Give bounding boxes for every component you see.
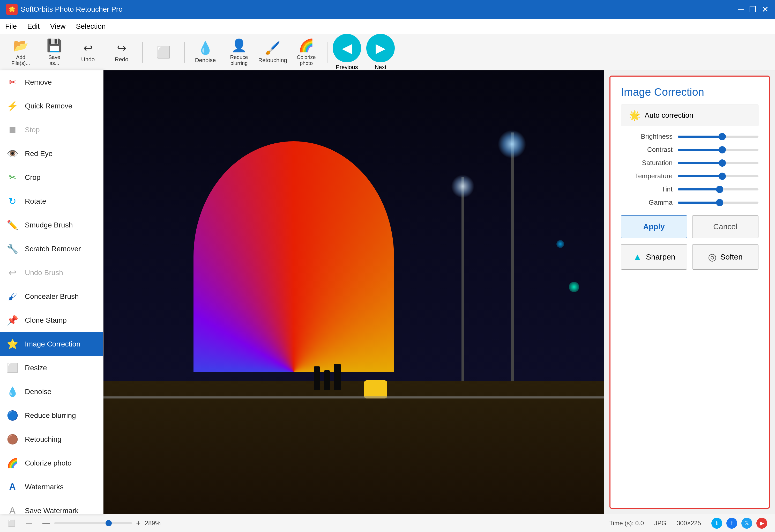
denoise-toolbar-button[interactable]: 💧 Denoise — [190, 38, 221, 66]
menu-item-denoise[interactable]: 💧 Denoise — [0, 380, 103, 404]
info-icon[interactable]: ℹ — [711, 518, 722, 529]
menu-item-scratch-remover[interactable]: 🔧 Scratch Remover — [0, 237, 103, 261]
zoom-thumb[interactable] — [105, 520, 112, 526]
lamp-glow-1 — [498, 130, 526, 158]
menu-item-watermarks[interactable]: A Watermarks — [0, 475, 103, 499]
undo-button[interactable]: ↩ Undo — [72, 38, 103, 66]
brightness-label: Brightness — [621, 132, 673, 140]
retouching-menu-icon: 🟤 — [6, 433, 19, 446]
menu-file[interactable]: File — [5, 22, 17, 31]
menu-item-image-correction[interactable]: ⭐ Image Correction — [0, 332, 103, 356]
contrast-thumb[interactable] — [719, 146, 726, 153]
sharpen-button[interactable]: ▲ Sharpen — [621, 244, 687, 270]
facebook-icon[interactable]: f — [726, 518, 737, 529]
gamma-label: Gamma — [621, 198, 673, 206]
retouching-icon: 🖌️ — [265, 41, 280, 55]
toolbar-separator-1 — [142, 42, 143, 63]
tint-track[interactable] — [678, 188, 758, 190]
denoise-menu-icon: 💧 — [6, 386, 19, 398]
app-title: SoftOrbits Photo Retoucher Pro — [21, 5, 123, 13]
person-1 — [314, 367, 320, 390]
brightness-thumb[interactable] — [719, 133, 726, 140]
menu-item-resize[interactable]: ⬜ Resize — [0, 356, 103, 380]
add-files-label: Add File(s)... — [11, 54, 30, 66]
status-size-icon: ⬜ — [8, 520, 16, 527]
menu-selection[interactable]: Selection — [76, 22, 106, 31]
title-bar: 🌟 SoftOrbits Photo Retoucher Pro ─ ❐ ✕ — [0, 0, 775, 19]
auto-correction-button[interactable]: 🌟 Auto correction — [621, 104, 758, 126]
minimize-button[interactable]: ─ — [738, 4, 744, 14]
menu-view[interactable]: View — [50, 22, 65, 31]
zoom-plus-icon[interactable]: + — [136, 519, 141, 528]
undo-brush-label: Undo Brush — [25, 269, 63, 277]
crop-view-button[interactable]: ⬜ — [148, 38, 179, 66]
menu-item-remove[interactable]: ✂ Remove — [0, 70, 103, 94]
menu-item-red-eye[interactable]: 👁️ Red Eye — [0, 142, 103, 165]
smudge-brush-icon: ✏️ — [6, 219, 19, 231]
zoom-minus-icon[interactable]: — — [42, 519, 50, 528]
menu-item-quick-remove[interactable]: ⚡ Quick Remove — [0, 94, 103, 118]
twitter-icon[interactable]: 𝕏 — [741, 518, 752, 529]
menu-item-clone-stamp[interactable]: 📌 Clone Stamp — [0, 309, 103, 332]
brightness-track[interactable] — [678, 136, 758, 138]
temperature-track[interactable] — [678, 175, 758, 177]
status-bar-right: Time (s): 0.0 JPG 300×225 ℹ f 𝕏 ▶ — [609, 518, 767, 529]
next-label: Next — [374, 64, 386, 71]
gamma-row: Gamma — [621, 198, 758, 206]
menu-item-reduce-blurring[interactable]: 🔵 Reduce blurring — [0, 404, 103, 428]
menu-item-concealer-brush[interactable]: 🖌 Concealer Brush — [0, 285, 103, 309]
zoom-control[interactable]: — + 289% — [42, 519, 161, 528]
window-controls[interactable]: ─ ❐ ✕ — [738, 4, 769, 14]
gamma-thumb[interactable] — [716, 199, 723, 206]
soften-button[interactable]: ◎ Soften — [692, 244, 758, 270]
menu-item-crop[interactable]: ✂ Crop — [0, 165, 103, 189]
auto-correction-icon: 🌟 — [629, 110, 641, 121]
tint-thumb[interactable] — [716, 186, 723, 193]
menu-item-colorize-photo[interactable]: 🌈 Colorize photo — [0, 451, 103, 475]
dome-structure — [193, 141, 394, 372]
apply-button[interactable]: Apply — [621, 215, 687, 238]
lamp-pole-2 — [462, 177, 464, 390]
gamma-track[interactable] — [678, 201, 758, 204]
side-menu: ✂ Remove ⚡ Quick Remove ⏹ Stop 👁️ Red Ey… — [0, 70, 103, 514]
close-button[interactable]: ✕ — [762, 4, 769, 14]
reduce-blurring-menu-icon: 🔵 — [6, 409, 19, 422]
rotate-label: Rotate — [25, 197, 46, 205]
previous-button[interactable]: ◀ — [333, 34, 361, 62]
redo-button[interactable]: ↪ Redo — [106, 38, 137, 66]
cancel-button[interactable]: Cancel — [692, 215, 758, 238]
temperature-row: Temperature — [621, 172, 758, 180]
brightness-row: Brightness — [621, 132, 758, 140]
zoom-slider[interactable] — [54, 522, 132, 524]
saturation-track[interactable] — [678, 162, 758, 164]
menu-item-stop[interactable]: ⏹ Stop — [0, 118, 103, 142]
image-correction-icon: ⭐ — [6, 338, 19, 350]
menu-item-retouching[interactable]: 🟤 Retouching — [0, 428, 103, 451]
ground-layer — [103, 381, 604, 514]
save-watermark-icon: A — [6, 505, 19, 514]
reduce-blurring-toolbar-button[interactable]: 👤 Reduce blurring — [223, 38, 254, 66]
canvas-area[interactable] — [103, 70, 604, 514]
add-files-button[interactable]: 📂 Add File(s)... — [5, 38, 36, 66]
youtube-icon[interactable]: ▶ — [756, 518, 767, 529]
zoom-value: 289% — [145, 520, 161, 527]
sharpen-icon: ▲ — [633, 251, 642, 262]
menu-edit[interactable]: Edit — [27, 22, 40, 31]
saturation-thumb[interactable] — [719, 159, 726, 167]
colorize-toolbar-button[interactable]: 🌈 Colorize photo — [291, 38, 322, 66]
contrast-track[interactable] — [678, 149, 758, 151]
menu-item-save-watermark[interactable]: A Save Watermark — [0, 499, 103, 514]
menu-item-undo-brush[interactable]: ↩ Undo Brush — [0, 261, 103, 285]
menu-item-rotate[interactable]: ↻ Rotate — [0, 189, 103, 213]
red-eye-label: Red Eye — [25, 149, 52, 158]
menu-item-smudge-brush[interactable]: ✏️ Smudge Brush — [0, 213, 103, 237]
red-eye-icon: 👁️ — [6, 147, 19, 160]
colorize-label: Colorize photo — [297, 54, 315, 66]
smudge-brush-label: Smudge Brush — [25, 221, 73, 229]
next-button[interactable]: ▶ — [366, 34, 395, 62]
retouching-toolbar-button[interactable]: 🖌️ Retouching — [257, 38, 288, 66]
maximize-button[interactable]: ❐ — [749, 4, 757, 14]
temperature-thumb[interactable] — [719, 172, 726, 180]
save-as-button[interactable]: 💾 Save as... — [39, 38, 70, 66]
format-label: JPG — [654, 520, 666, 527]
